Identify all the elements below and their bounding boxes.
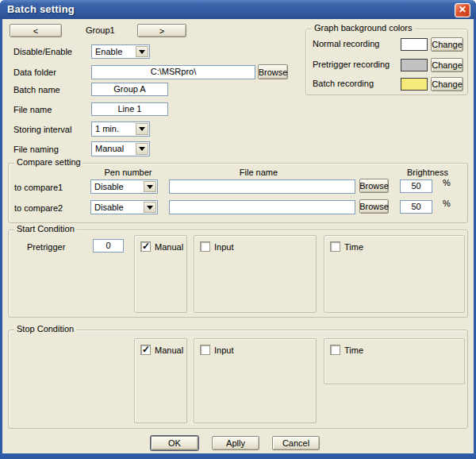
checkbox-icon[interactable] bbox=[140, 241, 151, 252]
start-time-box: Time bbox=[324, 235, 465, 313]
batch-recording-change-button[interactable]: Change bbox=[431, 77, 463, 91]
graph-colors-title: Graph background colors bbox=[312, 23, 415, 33]
start-manual-checkbox[interactable]: Manual bbox=[140, 241, 183, 252]
batch-name-label: Batch name bbox=[13, 85, 60, 94]
start-input-box: Input bbox=[194, 235, 317, 313]
compare2-file-input[interactable] bbox=[169, 200, 355, 214]
storing-interval-value: 1 min. bbox=[95, 123, 119, 134]
data-folder-input[interactable]: C:\MSRpro\ bbox=[91, 65, 255, 79]
ok-button[interactable]: OK bbox=[151, 436, 198, 450]
batch-recording-swatch bbox=[401, 78, 428, 91]
chevron-down-icon[interactable] bbox=[136, 46, 148, 57]
pretrigger-recording-swatch bbox=[401, 59, 428, 71]
stop-time-box: Time bbox=[324, 338, 465, 384]
chevron-down-icon[interactable] bbox=[144, 202, 156, 213]
chevron-down-icon[interactable] bbox=[136, 123, 148, 135]
file-naming-label: File naming bbox=[13, 145, 59, 154]
stop-condition-group: Stop Condition Manual Input Time bbox=[8, 330, 468, 429]
compare1-brightness-input[interactable]: 50 bbox=[400, 179, 432, 193]
apply-button[interactable]: Aplly bbox=[212, 436, 259, 450]
file-name-header: File name bbox=[179, 168, 338, 177]
compare2-pen-select[interactable]: Disable bbox=[90, 200, 158, 214]
brightness-header: Brightness bbox=[396, 168, 459, 177]
batch-recording-label: Batch recording bbox=[313, 79, 374, 88]
start-input-checkbox[interactable]: Input bbox=[200, 241, 233, 252]
compare2-brightness-input[interactable]: 50 bbox=[400, 200, 432, 214]
window-title: Batch setting bbox=[7, 3, 75, 15]
batch-setting-dialog: Batch setting ✕ < Group1 > Disable/Enabl… bbox=[0, 0, 476, 459]
compare2-pen-value: Disable bbox=[94, 202, 124, 213]
compare-setting-group: Compare setting Pen number File name Bri… bbox=[8, 163, 468, 223]
stop-input-checkbox[interactable]: Input bbox=[200, 345, 233, 355]
compare1-browse-button[interactable]: Browse bbox=[359, 179, 389, 193]
stop-time-label: Time bbox=[344, 345, 363, 355]
stop-manual-label: Manual bbox=[155, 345, 183, 355]
stop-manual-box: Manual bbox=[134, 338, 187, 423]
disable-enable-label: Disable/Enable bbox=[13, 47, 72, 56]
storing-interval-select[interactable]: 1 min. bbox=[91, 122, 150, 137]
pretrigger-recording-label: Pretrigger recording bbox=[313, 60, 390, 69]
compare1-pen-select[interactable]: Disable bbox=[90, 179, 158, 194]
graph-colors-group: Graph background colors Normal recording… bbox=[305, 29, 468, 95]
checkbox-icon[interactable] bbox=[200, 241, 210, 252]
batch-name-input[interactable]: Group A bbox=[91, 83, 168, 96]
pretrigger-recording-change-button[interactable]: Change bbox=[431, 58, 463, 72]
data-folder-browse-button[interactable]: Browse bbox=[258, 64, 288, 79]
normal-recording-change-button[interactable]: Change bbox=[431, 37, 463, 52]
stop-condition-title: Stop Condition bbox=[14, 324, 76, 334]
to-compare1-label: to compare1 bbox=[14, 183, 63, 192]
file-naming-value: Manual bbox=[95, 143, 124, 154]
compare2-browse-button[interactable]: Browse bbox=[359, 199, 389, 214]
checkbox-icon[interactable] bbox=[140, 345, 151, 355]
file-naming-select[interactable]: Manual bbox=[91, 141, 150, 156]
checkbox-icon[interactable] bbox=[200, 345, 210, 355]
compare1-pen-value: Disable bbox=[94, 181, 124, 192]
compare2-percent-label: % bbox=[443, 199, 451, 208]
start-manual-label: Manual bbox=[155, 242, 183, 252]
close-icon[interactable]: ✕ bbox=[455, 3, 470, 17]
next-group-button[interactable]: > bbox=[137, 24, 186, 37]
normal-recording-label: Normal recording bbox=[313, 39, 379, 48]
start-time-label: Time bbox=[344, 242, 363, 252]
stop-time-checkbox[interactable]: Time bbox=[330, 345, 363, 355]
stop-input-label: Input bbox=[214, 345, 233, 355]
stop-manual-checkbox[interactable]: Manual bbox=[140, 345, 183, 355]
start-time-checkbox[interactable]: Time bbox=[330, 241, 363, 252]
to-compare2-label: to compare2 bbox=[14, 203, 63, 213]
group-label: Group1 bbox=[86, 25, 115, 35]
checkbox-icon[interactable] bbox=[330, 345, 340, 355]
chevron-down-icon[interactable] bbox=[136, 143, 148, 155]
normal-recording-swatch bbox=[401, 38, 428, 51]
pretrigger-label: Pretrigger bbox=[27, 242, 65, 252]
start-manual-box: Manual bbox=[134, 235, 187, 313]
file-name-label: File name bbox=[13, 105, 52, 114]
checkbox-icon[interactable] bbox=[330, 241, 340, 252]
disable-enable-value: Enable bbox=[95, 46, 122, 57]
prev-group-button[interactable]: < bbox=[10, 24, 62, 37]
storing-interval-label: Storing interval bbox=[13, 125, 71, 134]
disable-enable-select[interactable]: Enable bbox=[91, 44, 150, 59]
start-input-label: Input bbox=[214, 242, 233, 252]
compare1-file-input[interactable] bbox=[169, 179, 355, 194]
compare1-percent-label: % bbox=[443, 178, 451, 187]
title-bar[interactable]: Batch setting ✕ bbox=[0, 0, 476, 19]
pretrigger-input[interactable]: 0 bbox=[93, 239, 124, 253]
file-name-input[interactable]: Line 1 bbox=[91, 102, 168, 116]
start-condition-group: Start Condition Pretrigger 0 Manual Inpu… bbox=[8, 230, 468, 318]
cancel-button[interactable]: Cancel bbox=[272, 436, 320, 450]
data-folder-label: Data folder bbox=[13, 68, 56, 77]
pen-number-header: Pen number bbox=[90, 168, 166, 177]
stop-input-box: Input bbox=[194, 338, 317, 423]
compare-setting-title: Compare setting bbox=[14, 157, 83, 167]
start-condition-title: Start Condition bbox=[14, 224, 77, 233]
chevron-down-icon[interactable] bbox=[144, 181, 156, 192]
